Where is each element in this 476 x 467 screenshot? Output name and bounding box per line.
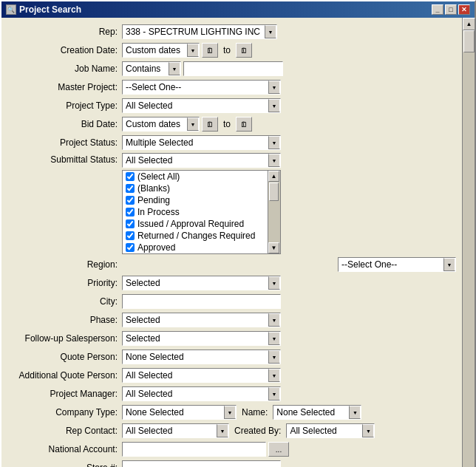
creation-date-dropdown[interactable]: Custom dates ▼ (122, 43, 200, 58)
project-type-label: Project Type: (7, 100, 122, 111)
bid-date-dropdown-arrow[interactable]: ▼ (187, 117, 199, 131)
maximize-button[interactable]: □ (445, 4, 457, 15)
creation-date-label: Creation Date: (7, 45, 122, 55)
quote-person-label: Quote Person: (7, 352, 122, 362)
checkbox-blanks[interactable] (126, 184, 135, 193)
job-name-input[interactable] (183, 61, 283, 76)
title-bar: 🔍 Project Search _ □ ✕ (1, 1, 475, 18)
list-item-approved[interactable]: Approved (123, 242, 268, 253)
rep-dropdown[interactable]: 338 - SPECTRUM LIGHTING INC ▼ (122, 24, 277, 39)
bid-date-type: Custom dates (123, 118, 187, 130)
rep-contact-value: All Selected (123, 425, 217, 437)
bid-date-dropdown[interactable]: Custom dates ▼ (122, 117, 200, 132)
city-input[interactable] (122, 294, 281, 309)
name-arrow[interactable]: ▼ (349, 406, 361, 419)
rep-contact-dropdown[interactable]: All Selected ▼ (122, 423, 229, 438)
creation-date-to-cal[interactable]: 🗓 (236, 43, 252, 58)
followup-dropdown[interactable]: Selected ▼ (122, 331, 281, 346)
list-scroll-up[interactable]: ▲ (268, 171, 279, 182)
list-item-pending[interactable]: Pending (123, 194, 268, 206)
submittal-status-row: Submittal Status: All Selected ▼ (Select… (7, 153, 456, 254)
checkbox-returned[interactable] (126, 231, 135, 240)
job-name-type: Contains (123, 63, 169, 75)
name-value: None Selected (273, 406, 349, 418)
list-item-issued[interactable]: Issued / Approval Required (123, 218, 268, 230)
bid-date-control: Custom dates ▼ 🗓 to 🗓 (122, 117, 456, 132)
submittal-status-arrow[interactable]: ▼ (268, 154, 280, 167)
followup-label: Follow-up Salesperson: (7, 333, 122, 344)
rep-dropdown-arrow[interactable]: ▼ (265, 25, 276, 38)
additional-quote-row: Additional Quote Person: All Selected ▼ (7, 367, 456, 384)
additional-quote-dropdown[interactable]: All Selected ▼ (122, 368, 281, 383)
checkbox-in-process[interactable] (126, 208, 135, 217)
project-manager-dropdown[interactable]: All Selected ▼ (122, 386, 281, 401)
phase-control: Selected ▼ (122, 313, 456, 327)
project-type-arrow[interactable]: ▼ (268, 99, 280, 112)
list-item-select-all[interactable]: (Select All) (123, 171, 268, 183)
project-manager-label: Project Manager: (7, 389, 122, 399)
priority-value: Selected (123, 277, 268, 289)
national-account-browse[interactable]: ... (268, 442, 289, 457)
minimize-button[interactable]: _ (432, 4, 443, 15)
project-type-dropdown[interactable]: All Selected ▼ (122, 98, 281, 113)
submittal-status-dropdown[interactable]: All Selected ▼ (122, 153, 281, 168)
created-by-dropdown[interactable]: All Selected ▼ (286, 423, 375, 438)
creation-date-dropdown-arrow[interactable]: ▼ (187, 44, 199, 57)
bid-date-from-cal[interactable]: 🗓 (202, 117, 218, 132)
creation-date-control: Custom dates ▼ 🗓 to 🗓 (122, 43, 456, 58)
checkbox-select-all[interactable] (126, 172, 135, 181)
quote-person-arrow[interactable]: ▼ (268, 350, 280, 364)
name-dropdown[interactable]: None Selected ▼ (273, 405, 361, 420)
phase-dropdown[interactable]: Selected ▼ (122, 313, 281, 327)
checkbox-approved[interactable] (126, 243, 135, 252)
region-right-dropdown[interactable]: --Select One-- ▼ (338, 257, 456, 272)
company-type-dropdown[interactable]: None Selected ▼ (122, 405, 237, 420)
followup-arrow[interactable]: ▼ (268, 332, 280, 345)
scroll-thumb[interactable] (463, 30, 475, 52)
master-project-arrow[interactable]: ▼ (268, 81, 280, 94)
master-project-label: Master Project: (7, 82, 122, 92)
rep-row: Rep: 338 - SPECTRUM LIGHTING INC ▼ (7, 24, 456, 40)
project-status-dropdown[interactable]: Multiple Selected ▼ (122, 135, 281, 150)
project-manager-arrow[interactable]: ▼ (268, 387, 280, 400)
region-right-arrow[interactable]: ▼ (443, 258, 455, 271)
company-type-value: None Selected (123, 406, 224, 418)
store-number-input[interactable] (122, 460, 281, 467)
list-item-blanks[interactable]: (Blanks) (123, 183, 268, 194)
national-account-input[interactable] (122, 442, 266, 457)
item-label-select-all: (Select All) (137, 171, 180, 182)
list-scroll-down[interactable]: ▼ (268, 242, 279, 253)
bid-date-to: to (220, 119, 234, 129)
list-scroll-thumb[interactable] (269, 183, 279, 201)
phase-arrow[interactable]: ▼ (268, 313, 280, 327)
additional-quote-arrow[interactable]: ▼ (268, 369, 280, 382)
scroll-track (463, 30, 475, 467)
close-button[interactable]: ✕ (458, 4, 470, 15)
created-by-arrow[interactable]: ▼ (362, 424, 374, 437)
checkbox-issued[interactable] (126, 219, 135, 228)
project-type-value: All Selected (123, 100, 268, 112)
national-account-control: ... (122, 442, 456, 457)
job-name-type-dropdown[interactable]: Contains ▼ (122, 61, 181, 76)
checkbox-pending[interactable] (126, 196, 135, 205)
project-status-control: Multiple Selected ▼ (122, 135, 456, 150)
priority-dropdown[interactable]: Selected ▼ (122, 276, 281, 290)
master-project-dropdown[interactable]: --Select One-- ▼ (122, 80, 281, 95)
name-label: Name: (239, 407, 271, 417)
quote-person-dropdown[interactable]: None Selected ▼ (122, 350, 281, 364)
item-label-returned: Returned / Changes Required (137, 231, 255, 241)
national-account-row: National Account: ... (7, 441, 456, 457)
scroll-up-btn[interactable]: ▲ (463, 18, 475, 30)
project-status-arrow[interactable]: ▼ (268, 136, 280, 149)
list-item-in-process[interactable]: In Process (123, 206, 268, 218)
company-type-arrow[interactable]: ▼ (224, 406, 236, 419)
rep-contact-arrow[interactable]: ▼ (217, 424, 228, 437)
main-content: Rep: 338 - SPECTRUM LIGHTING INC ▼ Creat… (1, 18, 475, 467)
priority-arrow[interactable]: ▼ (268, 276, 280, 290)
creation-date-from-cal[interactable]: 🗓 (202, 43, 218, 58)
job-name-dropdown-arrow[interactable]: ▼ (169, 62, 180, 75)
bid-date-to-cal[interactable]: 🗓 (236, 117, 252, 132)
submittal-status-list: (Select All) (Blanks) Pending In Process… (122, 170, 281, 254)
title-buttons: _ □ ✕ (432, 4, 470, 15)
list-item-returned[interactable]: Returned / Changes Required (123, 230, 268, 242)
